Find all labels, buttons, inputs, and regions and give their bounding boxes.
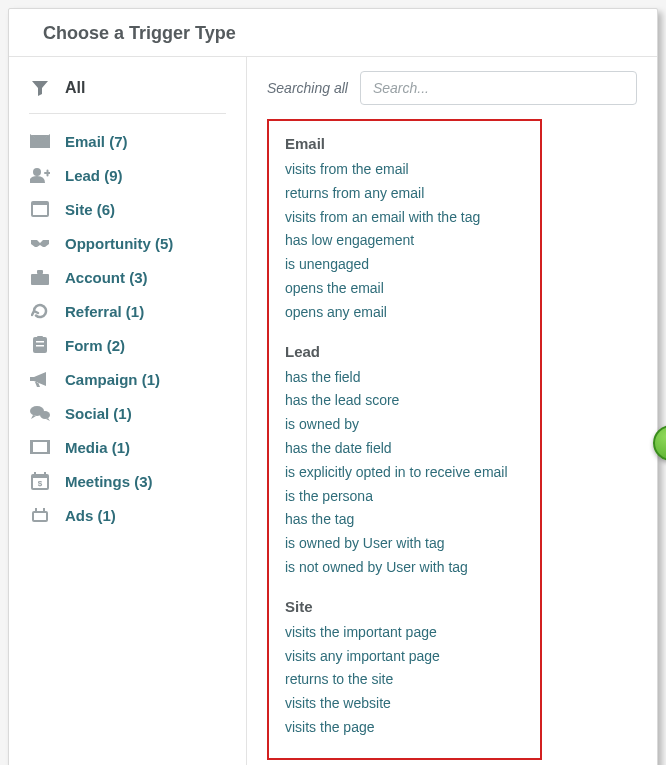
sidebar-item-opp[interactable]: Opportunity (5) <box>9 226 246 260</box>
trigger-item[interactable]: is explicitly opted in to receive email <box>285 461 524 485</box>
svg-point-0 <box>33 168 41 176</box>
titlebar: Choose a Trigger Type <box>9 9 657 57</box>
sidebar-item-all[interactable]: All <box>9 71 246 105</box>
sidebar-item-label: Referral (1) <box>65 303 144 320</box>
meetings-icon: $ <box>29 472 51 490</box>
sidebar-item-label: Site (6) <box>65 201 115 218</box>
svg-rect-21 <box>34 513 46 520</box>
sidebar-item-label: Media (1) <box>65 439 130 456</box>
trigger-item[interactable]: visits from the email <box>285 158 524 182</box>
sidebar-item-meetings[interactable]: $Meetings (3) <box>9 464 246 498</box>
trigger-item[interactable]: returns from any email <box>285 182 524 206</box>
sidebar-item-site[interactable]: Site (6) <box>9 192 246 226</box>
sidebar-item-envelope[interactable]: Email (7) <box>9 124 246 158</box>
sidebar-item-label: Form (2) <box>65 337 125 354</box>
sidebar-item-label: Social (1) <box>65 405 132 422</box>
trigger-item[interactable]: has the tag <box>285 508 524 532</box>
sidebar-item-label: Campaign (1) <box>65 371 160 388</box>
campaign-icon <box>29 370 51 388</box>
trigger-item[interactable]: is not owned by User with tag <box>285 556 524 580</box>
sidebar-item-label: Ads (1) <box>65 507 116 524</box>
svg-rect-13 <box>30 440 33 454</box>
svg-rect-12 <box>33 442 47 452</box>
svg-point-10 <box>40 411 50 419</box>
svg-rect-6 <box>36 341 44 343</box>
dialog-title: Choose a Trigger Type <box>43 23 635 44</box>
ads-icon <box>29 506 51 524</box>
svg-rect-4 <box>37 270 43 274</box>
trigger-item[interactable]: visits any important page <box>285 645 524 669</box>
funnel-icon <box>29 79 51 97</box>
sidebar-item-account[interactable]: Account (3) <box>9 260 246 294</box>
sidebar-item-label: Opportunity (5) <box>65 235 173 252</box>
trigger-group: Sitevisits the important pagevisits any … <box>285 598 524 740</box>
sidebar-item-referral[interactable]: Referral (1) <box>9 294 246 328</box>
trigger-item[interactable]: has the lead score <box>285 389 524 413</box>
group-title: Site <box>285 598 524 615</box>
sidebar-item-campaign[interactable]: Campaign (1) <box>9 362 246 396</box>
trigger-item[interactable]: has low engagement <box>285 229 524 253</box>
svg-text:$: $ <box>38 479 43 488</box>
trigger-item[interactable]: is unengaged <box>285 253 524 277</box>
group-title: Lead <box>285 343 524 360</box>
trigger-group: Emailvisits from the emailreturns from a… <box>285 135 524 325</box>
svg-rect-7 <box>36 345 44 347</box>
sidebar-separator <box>29 113 226 114</box>
trigger-item[interactable]: has the date field <box>285 437 524 461</box>
trigger-item[interactable]: visits from an email with the tag <box>285 206 524 230</box>
sidebar-item-label: Meetings (3) <box>65 473 153 490</box>
group-title: Email <box>285 135 524 152</box>
trigger-group: Leadhas the fieldhas the lead scoreis ow… <box>285 343 524 580</box>
svg-rect-8 <box>37 336 43 339</box>
trigger-item[interactable]: is owned by <box>285 413 524 437</box>
media-icon <box>29 438 51 456</box>
trigger-item[interactable]: returns to the site <box>285 668 524 692</box>
search-input[interactable] <box>360 71 637 105</box>
trigger-item[interactable]: visits the page <box>285 716 524 740</box>
svg-rect-18 <box>44 472 46 476</box>
trigger-item[interactable]: opens the email <box>285 277 524 301</box>
lead-icon <box>29 166 51 184</box>
envelope-icon <box>29 132 51 150</box>
sidebar-item-label: Email (7) <box>65 133 128 150</box>
svg-rect-17 <box>34 472 36 476</box>
opp-icon <box>29 234 51 252</box>
sidebar-item-social[interactable]: Social (1) <box>9 396 246 430</box>
account-icon <box>29 268 51 286</box>
trigger-list-frame: Emailvisits from the emailreturns from a… <box>267 119 542 760</box>
sidebar-item-lead[interactable]: Lead (9) <box>9 158 246 192</box>
trigger-item[interactable]: opens any email <box>285 301 524 325</box>
form-icon <box>29 336 51 354</box>
site-icon <box>29 200 51 218</box>
trigger-item[interactable]: has the field <box>285 366 524 390</box>
search-scope-label: Searching all <box>267 80 348 96</box>
sidebar-item-label: Account (3) <box>65 269 148 286</box>
social-icon <box>29 404 51 422</box>
sidebar-item-ads[interactable]: Ads (1) <box>9 498 246 532</box>
search-row: Searching all <box>267 71 637 105</box>
sidebar-item-label: All <box>65 79 85 97</box>
category-sidebar: All Email (7)Lead (9)Site (6)Opportunity… <box>9 57 247 765</box>
referral-icon <box>29 302 51 320</box>
trigger-item[interactable]: is owned by User with tag <box>285 532 524 556</box>
trigger-dialog: Choose a Trigger Type All Email (7)Lead … <box>8 8 658 765</box>
sidebar-item-label: Lead (9) <box>65 167 123 184</box>
sidebar-item-media[interactable]: Media (1) <box>9 430 246 464</box>
svg-rect-2 <box>33 205 47 215</box>
svg-rect-3 <box>31 274 49 285</box>
sidebar-item-form[interactable]: Form (2) <box>9 328 246 362</box>
svg-rect-14 <box>47 440 50 454</box>
trigger-item[interactable]: visits the website <box>285 692 524 716</box>
trigger-item[interactable]: is the persona <box>285 485 524 509</box>
trigger-item[interactable]: visits the important page <box>285 621 524 645</box>
trigger-content: Searching all Emailvisits from the email… <box>247 57 657 765</box>
